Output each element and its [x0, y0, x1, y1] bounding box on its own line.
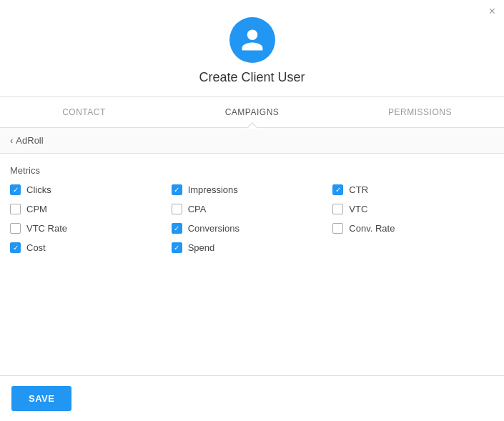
metrics-grid: ClicksImpressionsCTRCPMCPAVTCVTC RateCon…	[10, 184, 494, 253]
checkbox-conv-rate[interactable]	[332, 223, 343, 234]
checkbox-spend[interactable]	[172, 242, 182, 253]
checkbox-cpa[interactable]	[172, 204, 182, 214]
checkbox-conversions[interactable]	[172, 223, 182, 234]
metrics-section: Metrics ClicksImpressionsCTRCPMCPAVTCVTC…	[0, 154, 504, 375]
metric-item-vtc-rate: VTC Rate	[10, 223, 172, 234]
metric-item-conv-rate: Conv. Rate	[332, 223, 494, 234]
metric-label-conv-rate: Conv. Rate	[349, 223, 395, 234]
metric-item-spend: Spend	[172, 242, 333, 253]
tab-contact[interactable]: CONTACT	[0, 97, 168, 127]
tabs-bar: CONTACT CAMPAIGNS PERMISSIONS	[0, 97, 504, 128]
metric-label-cpm: CPM	[26, 204, 47, 214]
checkbox-ctr[interactable]	[332, 184, 343, 195]
metric-label-spend: Spend	[188, 242, 215, 253]
metric-label-vtc: VTC	[349, 204, 367, 214]
breadcrumb-label: AdRoll	[16, 135, 43, 146]
checkbox-vtc[interactable]	[332, 204, 343, 214]
metric-label-vtc-rate: VTC Rate	[26, 223, 67, 234]
metric-item-cpm: CPM	[10, 204, 172, 214]
tab-permissions[interactable]: PERMISSIONS	[336, 97, 504, 127]
content-area: ‹ AdRoll Metrics ClicksImpressionsCTRCPM…	[0, 128, 504, 375]
checkbox-vtc-rate[interactable]	[10, 223, 21, 234]
checkbox-cpm[interactable]	[10, 204, 21, 214]
page-title: Create Client User	[199, 70, 305, 85]
close-button[interactable]: ×	[489, 6, 495, 17]
metric-label-cpa: CPA	[188, 204, 207, 214]
metric-label-impressions: Impressions	[188, 184, 238, 195]
save-button[interactable]: SAVE	[11, 386, 71, 411]
modal: × Create Client User CONTACT CAMPAIGNS P…	[0, 0, 504, 421]
metrics-label: Metrics	[10, 165, 494, 176]
breadcrumb-arrow: ‹	[10, 135, 13, 146]
avatar	[229, 17, 275, 63]
metric-item-conversions: Conversions	[172, 223, 333, 234]
metric-label-clicks: Clicks	[26, 184, 51, 195]
metric-item-cost: Cost	[10, 242, 172, 253]
metric-label-conversions: Conversions	[188, 223, 239, 234]
metric-item-vtc: VTC	[332, 204, 494, 214]
checkbox-impressions[interactable]	[172, 184, 182, 195]
modal-header: Create Client User	[0, 0, 504, 97]
metric-item-clicks: Clicks	[10, 184, 172, 195]
footer: SAVE	[0, 375, 504, 421]
checkbox-clicks[interactable]	[10, 184, 21, 195]
metric-item-impressions: Impressions	[172, 184, 333, 195]
metric-item-ctr: CTR	[332, 184, 494, 195]
metric-label-ctr: CTR	[349, 184, 368, 195]
metric-label-cost: Cost	[26, 242, 46, 253]
tab-campaigns[interactable]: CAMPAIGNS	[168, 97, 336, 127]
checkbox-cost[interactable]	[10, 242, 21, 253]
metric-item-cpa: CPA	[172, 204, 333, 214]
breadcrumb[interactable]: ‹ AdRoll	[0, 128, 504, 154]
